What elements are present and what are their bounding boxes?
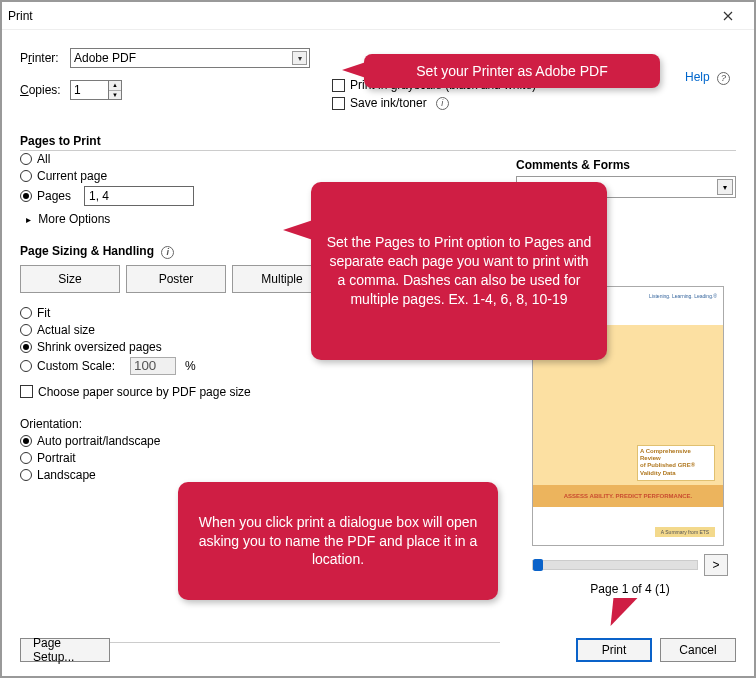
orientation-landscape-label: Landscape	[37, 468, 96, 482]
pages-range-radio[interactable]	[20, 190, 32, 202]
pages-current-radio[interactable]	[20, 170, 32, 182]
help-link[interactable]: Help ?	[685, 70, 730, 85]
save-ink-label: Save ink/toner	[350, 96, 427, 110]
callout-printer: Set your Printer as Adobe PDF	[364, 54, 660, 88]
scrollbar-thumb[interactable]	[533, 559, 543, 571]
pages-current-label: Current page	[37, 169, 107, 183]
triangle-right-icon: ▸	[26, 214, 31, 225]
size-tab-button[interactable]: Size	[20, 265, 120, 293]
fit-radio[interactable]	[20, 307, 32, 319]
pages-all-radio[interactable]	[20, 153, 32, 165]
printer-label: Printer:	[20, 51, 70, 65]
copies-input[interactable]	[70, 80, 108, 100]
copies-label: Copies:	[20, 83, 70, 97]
chevron-down-icon: ▾	[292, 51, 307, 65]
paper-source-checkbox[interactable]	[20, 385, 33, 398]
spinner-down-icon[interactable]: ▼	[109, 91, 121, 100]
preview-logo-text: Listening. Learning. Leading.®	[649, 293, 717, 299]
orientation-portrait-label: Portrait	[37, 451, 76, 465]
info-icon[interactable]: i	[436, 97, 449, 110]
preview-summary: A Summary from ETS	[655, 527, 715, 537]
custom-scale-label: Custom Scale:	[37, 359, 115, 373]
custom-scale-radio[interactable]	[20, 360, 32, 372]
poster-tab-button[interactable]: Poster	[126, 265, 226, 293]
actual-size-label: Actual size	[37, 323, 95, 337]
orientation-landscape-radio[interactable]	[20, 469, 32, 481]
preview-scrollbar[interactable]	[532, 560, 698, 570]
pages-range-input[interactable]	[84, 186, 194, 206]
pages-all-label: All	[37, 152, 50, 166]
printer-selected-value: Adobe PDF	[74, 51, 136, 65]
print-button[interactable]: Print	[576, 638, 652, 662]
help-icon: ?	[717, 72, 730, 85]
close-button[interactable]	[708, 4, 748, 28]
printer-select[interactable]: Adobe PDF ▾	[70, 48, 310, 68]
page-setup-button[interactable]: Page Setup...	[20, 638, 110, 662]
paper-source-label: Choose paper source by PDF page size	[38, 385, 251, 399]
spinner-up-icon[interactable]: ▲	[109, 81, 121, 91]
preview-next-button[interactable]: >	[704, 554, 728, 576]
custom-scale-input[interactable]	[130, 357, 176, 375]
fit-label: Fit	[37, 306, 50, 320]
cancel-button[interactable]: Cancel	[660, 638, 736, 662]
callout-print-action: When you click print a dialogue box will…	[178, 482, 498, 600]
chevron-down-icon: ▾	[717, 179, 733, 195]
preview-title-box: A Comprehensive Review of Published GRE®…	[637, 445, 715, 481]
close-icon	[723, 11, 733, 21]
pages-range-label: Pages	[37, 189, 71, 203]
grayscale-checkbox[interactable]	[332, 79, 345, 92]
save-ink-checkbox[interactable]	[332, 97, 345, 110]
actual-size-radio[interactable]	[20, 324, 32, 336]
titlebar: Print	[2, 2, 754, 30]
print-dialog: Print Help ? Printer: Adobe PDF ▾ Copies…	[0, 0, 756, 678]
orientation-auto-radio[interactable]	[20, 435, 32, 447]
window-title: Print	[8, 9, 33, 23]
page-indicator: Page 1 of 4 (1)	[532, 582, 728, 596]
orientation-portrait-radio[interactable]	[20, 452, 32, 464]
preview-band-text: ASSESS ABILITY. PREDICT PERFORMANCE.	[533, 485, 723, 507]
callout-pages: Set the Pages to Print option to Pages a…	[311, 182, 607, 360]
info-icon[interactable]: i	[161, 246, 174, 259]
pages-to-print-heading: Pages to Print	[20, 134, 736, 148]
shrink-radio[interactable]	[20, 341, 32, 353]
orientation-auto-label: Auto portrait/landscape	[37, 434, 160, 448]
divider	[20, 150, 736, 151]
copies-stepper[interactable]: ▲ ▼	[70, 80, 122, 100]
comments-heading: Comments & Forms	[516, 158, 736, 172]
shrink-label: Shrink oversized pages	[37, 340, 162, 354]
